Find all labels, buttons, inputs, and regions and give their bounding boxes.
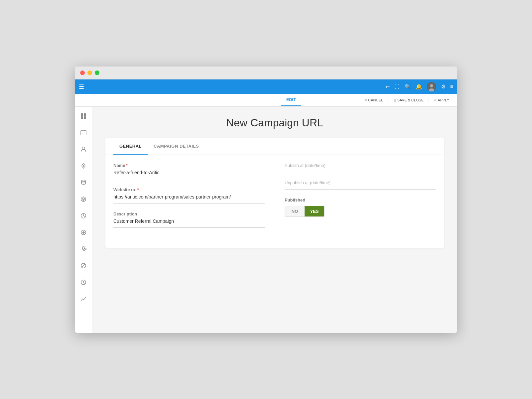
- title-bar: [75, 66, 457, 79]
- sidebar-icon-target[interactable]: [78, 194, 89, 204]
- nav-back-icon[interactable]: ↩: [385, 83, 390, 90]
- website-url-required: *: [137, 187, 139, 192]
- svg-rect-3: [81, 113, 83, 116]
- tab-edit[interactable]: EDIT: [281, 94, 301, 106]
- sidebar-icon-rocket[interactable]: [78, 161, 89, 171]
- save-close-button[interactable]: ⊟ SAVE & CLOSE: [391, 97, 426, 103]
- website-url-label: Website url*: [113, 187, 265, 192]
- svg-rect-4: [84, 113, 86, 116]
- description-label: Description: [113, 211, 265, 216]
- sidebar-icon-puzzle[interactable]: [78, 244, 89, 254]
- tab-general[interactable]: GENERAL: [113, 138, 148, 155]
- tab-campaign-details[interactable]: CAMPAIGN DETAILS: [148, 138, 205, 155]
- published-label: Published: [285, 198, 436, 202]
- name-value[interactable]: Refer-a-friend-to-Aritic: [113, 170, 265, 179]
- description-value[interactable]: Customer Referral Campaign: [113, 218, 265, 228]
- published-group: Published NO YES: [285, 198, 436, 217]
- traffic-light-green[interactable]: [95, 70, 99, 75]
- page-area: New Campaign URL GENERAL CAMPAIGN DETAIL…: [92, 107, 457, 333]
- sidebar-icon-clock[interactable]: [78, 210, 89, 221]
- browser-window: ☰ ↩ ⛶ 🔍 🔔 ⚙ ≡ EDIT ✕ CANCEL | ⊟ SAVE & C…: [75, 66, 457, 333]
- svg-rect-6: [84, 116, 86, 119]
- name-required: *: [126, 163, 127, 168]
- hamburger-icon[interactable]: ☰: [79, 83, 84, 90]
- published-toggle: NO YES: [285, 206, 325, 217]
- nav-expand-icon[interactable]: ⛶: [394, 84, 400, 90]
- traffic-light-yellow[interactable]: [87, 70, 92, 75]
- svg-rect-7: [81, 130, 86, 135]
- nav-right: ↩ ⛶ 🔍 🔔 ⚙ ≡: [385, 82, 453, 91]
- card-tabs: GENERAL CAMPAIGN DETAILS: [105, 138, 444, 155]
- nav-notification-icon[interactable]: 🔔: [416, 83, 422, 90]
- sidebar-icon-ban[interactable]: [78, 260, 89, 271]
- sidebar-icon-clock-2[interactable]: [78, 277, 89, 288]
- sidebar-icon-grid[interactable]: [78, 111, 89, 121]
- website-url-group: Website url* https://aritic.com/partner-…: [113, 187, 265, 203]
- svg-point-12: [83, 165, 84, 167]
- svg-line-22: [81, 264, 85, 267]
- traffic-light-red[interactable]: [80, 70, 85, 75]
- sidebar-icon-database[interactable]: [78, 177, 89, 188]
- toggle-no-button[interactable]: NO: [285, 206, 305, 216]
- avatar[interactable]: [427, 82, 436, 91]
- svg-point-13: [81, 180, 85, 182]
- form-body: Name* Refer-a-friend-to-Aritic Website u…: [105, 155, 444, 248]
- website-url-value[interactable]: https://aritic.com/partner-program/sales…: [113, 194, 265, 203]
- apply-button[interactable]: ✓ APPLY: [431, 97, 452, 103]
- sidebar: [75, 107, 92, 333]
- form-left: Name* Refer-a-friend-to-Aritic Website u…: [113, 163, 265, 236]
- name-group: Name* Refer-a-friend-to-Aritic: [113, 163, 265, 179]
- publish-at-group: Publish at (date/time): [285, 163, 436, 172]
- edit-tab-bar: EDIT ✕ CANCEL | ⊟ SAVE & CLOSE | ✓ APPLY: [75, 94, 457, 107]
- top-nav: ☰ ↩ ⛶ 🔍 🔔 ⚙ ≡: [75, 79, 457, 94]
- separator-1: |: [388, 98, 389, 102]
- unpublish-at-group: Unpublish at (date/time): [285, 180, 436, 190]
- edit-tabs: EDIT: [221, 94, 361, 106]
- nav-menu-icon[interactable]: ≡: [450, 84, 453, 90]
- sidebar-icon-plus[interactable]: [78, 227, 89, 238]
- publish-at-value[interactable]: Publish at (date/time): [285, 163, 436, 172]
- svg-point-1: [430, 84, 433, 87]
- tab-actions: ✕ CANCEL | ⊟ SAVE & CLOSE | ✓ APPLY: [361, 97, 452, 103]
- nav-left: ☰: [79, 83, 84, 90]
- main-content: New Campaign URL GENERAL CAMPAIGN DETAIL…: [75, 107, 457, 333]
- toggle-yes-button[interactable]: YES: [305, 206, 324, 216]
- sidebar-icon-person[interactable]: [78, 144, 89, 155]
- form-card: GENERAL CAMPAIGN DETAILS Name* Refer-a-f…: [105, 138, 444, 248]
- cancel-button[interactable]: ✕ CANCEL: [361, 97, 386, 103]
- nav-search-icon[interactable]: 🔍: [404, 83, 411, 90]
- nav-settings-icon[interactable]: ⚙: [441, 83, 446, 90]
- sidebar-icon-calendar[interactable]: [78, 127, 89, 138]
- form-right: Publish at (date/time) Unpublish at (dat…: [285, 163, 436, 236]
- name-label: Name*: [113, 163, 265, 168]
- svg-point-16: [83, 199, 84, 200]
- page-title: New Campaign URL: [105, 117, 444, 129]
- sidebar-icon-chart[interactable]: [78, 294, 89, 304]
- svg-rect-5: [81, 116, 83, 119]
- description-group: Description Customer Referral Campaign: [113, 211, 265, 228]
- separator-2: |: [428, 98, 429, 102]
- unpublish-at-value[interactable]: Unpublish at (date/time): [285, 180, 436, 190]
